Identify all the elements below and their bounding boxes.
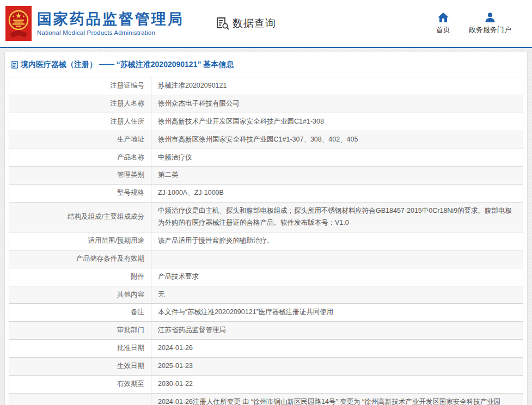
row-label: 附件 [9,268,151,286]
table-row: 结构及组成/主要组成成分 中频治疗仪是由主机、探头和腹部电极组成；探头所用不锈钢… [9,202,523,232]
row-value: 本文件与“苏械注准20202090121”医疗器械注册证共同使用 [151,304,523,322]
row-value: 产品技术要求 [151,268,523,286]
row-label: 备注 [9,304,151,322]
table-row: 生产地址 徐州市高新区徐州国家安全科技产业园C1#1-307、308、402、4… [9,131,523,149]
registration-info-table: 注册证编号 苏械注准20202090121 注册人名称 徐州众杰电子科技有限公司… [9,77,523,405]
table-row: 变更情况 2024-01-26注册人住所变更 由 “徐州市铜山新区民园路14号”… [9,393,523,405]
row-value: ZJ-1000A、ZJ-1000B [151,185,523,202]
table-row: 备注 本文件与“苏械注准20202090121”医疗器械注册证共同使用 [9,304,523,322]
row-value: 中频治疗仪是由主机、探头和腹部电极组成；探头所用不锈钢材料应符合GB18457-… [151,202,523,232]
row-label: 管理类别 [9,167,151,185]
data-query-label: 数据查询 [233,16,276,30]
row-value: 中频治疗仪 [151,149,523,167]
page-header: 国家药品监督管理局 National Medical Products Admi… [0,0,532,48]
row-label: 审批部门 [9,322,151,340]
row-label: 产品储存条件及有效期 [9,250,151,268]
row-label: 适用范围/预期用途 [9,232,151,250]
table-row: 管理类别 第二类 [9,167,523,185]
home-icon [438,13,449,22]
table-row: 其他内容 无 [9,286,523,304]
brand-subtitle: National Medical Products Administration [37,29,184,36]
row-value: 第二类 [151,167,523,185]
nav-item-label: 政务服务门户 [469,25,511,35]
row-label: 注册人名称 [9,95,151,113]
row-value: 徐州市高新区徐州国家安全科技产业园C1#1-307、308、402、405 [151,131,523,149]
nav-item-home[interactable]: 首页 [436,13,450,35]
table-row: 适用范围/预期用途 该产品适用于慢性盆腔炎的辅助治疗。 [9,232,523,250]
table-row: 产品名称 中频治疗仪 [9,149,523,167]
document-icon [11,61,18,69]
row-label: 批准日期 [9,340,151,358]
top-nav: 首页 政务服务门户 [436,13,511,35]
row-value: 2030-01-22 [151,375,523,393]
table-row: 注册人名称 徐州众杰电子科技有限公司 [9,95,523,113]
row-label: 注册证编号 [9,77,151,95]
table-row: 批准日期 2024-01-26 [9,340,523,358]
brand-text: 国家药品监督管理局 National Medical Products Admi… [37,11,184,35]
row-value: 徐州众杰电子科技有限公司 [151,95,523,113]
row-value: 2025-01-23 [151,358,523,376]
table-row: 产品储存条件及有效期 [9,250,523,268]
document-search-icon [216,17,230,30]
table-row: 审批部门 江苏省药品监督管理局 [9,322,523,340]
row-value: 该产品适用于慢性盆腔炎的辅助治疗。 [151,232,523,250]
row-label: 生效日期 [9,358,151,376]
row-value: 2024-01-26 [151,340,523,358]
row-label: 生产地址 [9,131,151,149]
table-row: 有效期至 2030-01-22 [9,375,523,393]
row-label: 变更情况 [9,393,151,405]
row-label: 注册人住所 [9,113,151,131]
data-query-entry[interactable]: 数据查询 [216,16,276,30]
user-icon [485,13,496,22]
table-row: 注册证编号 苏械注准20202090121 [9,77,523,95]
brand-title: 国家药品监督管理局 [37,11,184,28]
nmpa-logo[interactable]: 国家药品监督管理局 National Medical Products Admi… [5,6,184,41]
row-value: 2024-01-26注册人住所变更 由 “徐州市铜山新区民园路14号” 变更为 … [151,393,523,405]
row-value: 徐州高新技术产业开发区国家安全科技产业园C1#1-308 [151,113,523,131]
page-title: 境内医疗器械（注册） —— “苏械注准20202090121” 基本信息 [21,60,234,70]
row-label: 有效期至 [9,375,151,393]
table-row: 注册人住所 徐州高新技术产业开发区国家安全科技产业园C1#1-308 [9,113,523,131]
row-value: 苏械注准20202090121 [151,77,523,95]
breadcrumb: 境内医疗器械（注册） —— “苏械注准20202090121” 基本信息 [5,52,527,77]
nav-item-gov-portal[interactable]: 政务服务门户 [469,13,511,35]
row-label: 结构及组成/主要组成成分 [9,202,151,232]
row-label: 型号规格 [9,185,151,202]
row-label: 其他内容 [9,286,151,304]
row-value: 无 [151,286,523,304]
nav-item-label: 首页 [436,25,450,35]
table-row: 型号规格 ZJ-1000A、ZJ-1000B [9,185,523,202]
row-label: 产品名称 [9,149,151,167]
table-row: 生效日期 2025-01-23 [9,358,523,376]
row-value: 江苏省药品监督管理局 [151,322,523,340]
table-row: 附件 产品技术要求 [9,268,523,286]
row-value [151,250,523,268]
national-emblem-icon [5,6,32,41]
content-panel: 境内医疗器械（注册） —— “苏械注准20202090121” 基本信息 注册证… [4,52,528,405]
